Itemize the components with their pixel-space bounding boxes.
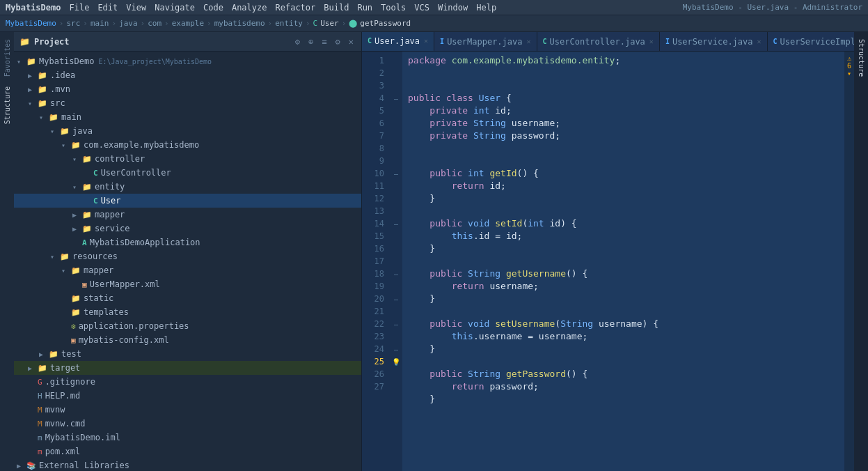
- gutter-bulb[interactable]: 💡: [390, 355, 402, 368]
- tree-label: application.properties: [79, 321, 189, 331]
- menu-edit[interactable]: Edit: [97, 3, 118, 13]
- tree-item-controller[interactable]: ▾ 📁 controller: [14, 152, 361, 166]
- tree-item-target[interactable]: ▶ 📁 target: [14, 361, 361, 375]
- folder-icon: 📁: [60, 252, 70, 261]
- gutter-row: [390, 142, 402, 155]
- tree-item-user[interactable]: C User: [14, 194, 361, 208]
- right-structure-label[interactable]: Structure: [856, 35, 867, 81]
- tree-item-mybatisdemo[interactable]: ▾ 📁 MybatisDemo E:\Java_project\MybatisD…: [14, 54, 361, 68]
- gutter-fold[interactable]: –: [390, 343, 402, 355]
- tab-label: UserService.java: [672, 37, 753, 47]
- code-line-13: [408, 205, 839, 217]
- menu-refactor[interactable]: Refactor: [275, 3, 315, 13]
- gutter-row: [390, 192, 402, 205]
- panel-gear-icon[interactable]: ⚙: [333, 36, 342, 48]
- tab-userservice-java[interactable]: I UserService.java ✕: [660, 32, 768, 52]
- gutter-fold[interactable]: –: [390, 217, 402, 230]
- tree-item-help-md[interactable]: H HELP.md: [14, 389, 361, 403]
- menu-help[interactable]: Help: [476, 3, 496, 13]
- code-editor[interactable]: package com.example.mybatisdemo.entity; …: [402, 52, 844, 471]
- menu-tools[interactable]: Tools: [381, 3, 406, 13]
- sidebar-label-structure[interactable]: Structure: [2, 82, 13, 128]
- tree-item-mybatis-config[interactable]: ▣ mybatis-config.xml: [14, 333, 361, 347]
- tree-arrow: ▾: [50, 128, 58, 135]
- tree-item-application[interactable]: A MybatisDemoApplication: [14, 235, 361, 249]
- panel-settings-icon[interactable]: ⚙: [293, 36, 302, 48]
- mvn-cmd-icon: M: [38, 419, 42, 428]
- breadcrumb-user[interactable]: User: [320, 19, 339, 28]
- tree-item-mybatisdemo-iml[interactable]: m MybatisDemo.iml: [14, 431, 361, 445]
- tree-item-idea[interactable]: ▶ 📁 .idea: [14, 68, 361, 82]
- tree-item-java[interactable]: ▾ 📁 java: [14, 124, 361, 138]
- breadcrumb-com[interactable]: com: [148, 19, 161, 28]
- right-panel: Structure: [854, 32, 868, 471]
- tree-item-mvnw[interactable]: M mvnw: [14, 403, 361, 417]
- breadcrumb-getpassword[interactable]: getPassword: [360, 19, 411, 28]
- tree-arrow: ▾: [61, 141, 70, 149]
- gutter-fold[interactable]: –: [390, 167, 402, 180]
- tree-item-usercontroller[interactable]: C UserController: [14, 166, 361, 180]
- panel-add-icon[interactable]: ⊕: [306, 36, 315, 48]
- sidebar-label-favorites[interactable]: Favorites: [2, 35, 13, 81]
- tree-item-usermapper-xml[interactable]: ▣ UserMapper.xml: [14, 277, 361, 291]
- tree-item-pom-xml[interactable]: m pom.xml: [14, 445, 361, 458]
- tree-label: mvnw: [45, 405, 65, 415]
- menu-analyze[interactable]: Analyze: [232, 3, 267, 13]
- tree-label: mybatis-config.xml: [79, 335, 169, 345]
- tree-item-application-props[interactable]: ⚙ application.properties: [14, 319, 361, 333]
- tab-usermapper-java[interactable]: I UserMapper.java ✕: [434, 32, 537, 52]
- tree-arrow: ▶: [39, 350, 47, 358]
- tree-item-com-example[interactable]: ▾ 📁 com.example.mybatisdemo: [14, 138, 361, 152]
- tab-close-icon[interactable]: ✕: [527, 38, 531, 45]
- tab-close-icon[interactable]: ✕: [649, 38, 654, 45]
- breadcrumb-mybatisdemo-pkg[interactable]: mybatisdemo: [214, 19, 265, 28]
- menu-file[interactable]: File: [69, 3, 89, 13]
- folder-icon: 📁: [82, 210, 92, 219]
- tree-item-gitignore[interactable]: G .gitignore: [14, 375, 361, 389]
- breadcrumb-example[interactable]: example: [172, 19, 204, 28]
- tree-item-static[interactable]: 📁 static: [14, 291, 361, 305]
- tree-item-external-libs[interactable]: ▶ 📚 External Libraries: [14, 458, 361, 471]
- tree-label: mvnw.cmd: [45, 419, 86, 428]
- tree-label: pom.xml: [45, 447, 81, 456]
- tab-close-icon[interactable]: ✕: [757, 38, 762, 45]
- tree-item-service[interactable]: ▶ 📁 service: [14, 222, 361, 235]
- warning-badge[interactable]: ⚠ 6 ▾: [844, 54, 854, 77]
- breadcrumb-main[interactable]: main: [90, 19, 109, 28]
- tree-item-templates[interactable]: 📁 templates: [14, 305, 361, 319]
- breadcrumb-java[interactable]: java: [119, 19, 138, 28]
- tab-close-icon[interactable]: ✕: [424, 37, 428, 45]
- tree-item-mvn[interactable]: ▶ 📁 .mvn: [14, 82, 361, 96]
- gutter-fold[interactable]: –: [390, 293, 402, 305]
- folder-icon: 📁: [49, 113, 58, 122]
- tree-item-entity[interactable]: ▾ 📁 entity: [14, 180, 361, 194]
- menu-build[interactable]: Build: [324, 3, 349, 13]
- panel-collapse-icon[interactable]: ≡: [319, 36, 329, 48]
- breadcrumb-entity[interactable]: entity: [275, 19, 303, 28]
- breadcrumb-src[interactable]: src: [66, 19, 80, 28]
- gutter-row: [390, 155, 402, 167]
- tree-item-resources[interactable]: ▾ 📁 resources: [14, 249, 361, 263]
- menu-window[interactable]: Window: [438, 3, 468, 13]
- gutter-fold[interactable]: –: [390, 92, 402, 105]
- tree-item-mapper[interactable]: ▶ 📁 mapper: [14, 208, 361, 222]
- menu-vcs[interactable]: VCS: [414, 3, 429, 13]
- gutter-fold[interactable]: –: [390, 268, 402, 280]
- tree-item-mvnw-cmd[interactable]: M mvnw.cmd: [14, 417, 361, 431]
- code-line-8: [408, 142, 839, 155]
- menu-navigate[interactable]: Navigate: [155, 3, 195, 13]
- tree-item-test[interactable]: ▶ 📁 test: [14, 347, 361, 361]
- menu-code[interactable]: Code: [203, 3, 223, 13]
- tree-item-src[interactable]: ▾ 📁 src: [14, 96, 361, 110]
- tab-usercontroller-java[interactable]: C UserController.java ✕: [537, 32, 660, 52]
- panel-close-icon[interactable]: ✕: [347, 36, 356, 48]
- code-line-7: private String password;: [408, 130, 839, 142]
- tree-item-mapper-res[interactable]: ▾ 📁 mapper: [14, 263, 361, 277]
- tab-user-java[interactable]: C User.java ✕: [362, 32, 434, 52]
- tab-userserviceimpl-java[interactable]: C UserServiceImpl.java ✕: [768, 32, 854, 52]
- menu-view[interactable]: View: [126, 3, 146, 13]
- breadcrumb-mybatisdemo[interactable]: MybatisDemo: [6, 19, 56, 28]
- tree-item-main[interactable]: ▾ 📁 main: [14, 110, 361, 124]
- menu-run[interactable]: Run: [357, 3, 372, 13]
- gutter-fold[interactable]: –: [390, 318, 402, 330]
